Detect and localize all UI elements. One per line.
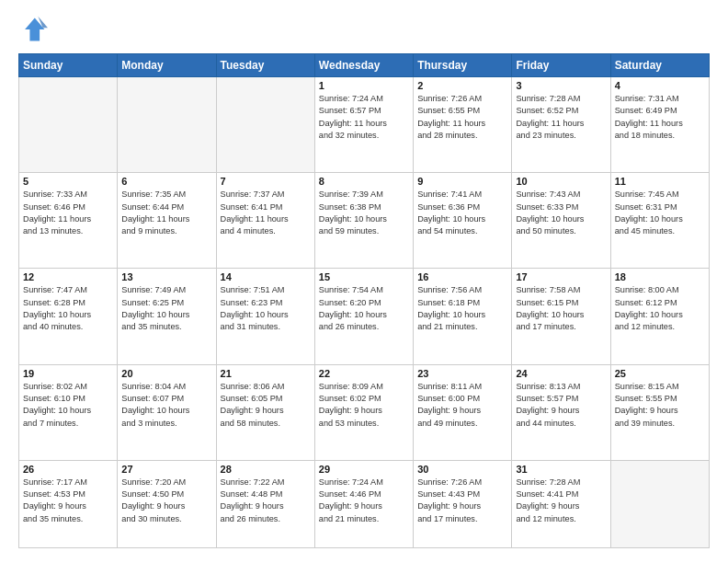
day-info-line: and 7 minutes. [23,418,113,430]
day-number: 30 [417,464,507,475]
day-number: 9 [417,176,507,187]
day-info: Sunrise: 8:09 AMSunset: 6:02 PMDaylight:… [319,381,409,430]
day-info-line: Sunrise: 7:24 AM [319,93,409,105]
day-number: 23 [417,368,507,379]
col-thursday: Thursday [414,54,512,77]
day-info: Sunrise: 8:11 AMSunset: 6:00 PMDaylight:… [417,381,507,430]
day-cell: 19Sunrise: 8:02 AMSunset: 6:10 PMDayligh… [19,364,118,460]
day-cell: 28Sunrise: 7:22 AMSunset: 4:48 PMDayligh… [216,460,314,547]
day-number: 10 [516,176,606,187]
day-info-line: Sunset: 6:28 PM [23,297,113,309]
day-cell: 26Sunrise: 7:17 AMSunset: 4:53 PMDayligh… [19,460,118,547]
day-info-line: Sunset: 6:07 PM [121,393,211,405]
day-info-line: Sunset: 6:18 PM [417,297,507,309]
day-cell: 6Sunrise: 7:35 AMSunset: 6:44 PMDaylight… [118,173,216,269]
day-info-line: Sunset: 6:00 PM [417,393,507,405]
day-info-line: Sunrise: 7:37 AM [221,189,311,201]
col-monday: Monday [118,54,216,77]
day-info-line: Daylight: 9 hours [615,405,705,417]
day-info-line: Sunrise: 7:39 AM [319,189,409,201]
day-info-line: Daylight: 11 hours [319,118,409,130]
day-info-line: Sunrise: 7:31 AM [615,93,705,105]
day-info-line: and 50 minutes. [516,225,606,237]
day-info-line: Sunset: 6:12 PM [615,297,705,309]
day-info-line: and 32 minutes. [319,130,409,142]
day-info-line: and 17 minutes. [417,513,507,525]
day-number: 7 [221,176,311,187]
day-info: Sunrise: 7:24 AMSunset: 4:46 PMDaylight:… [319,477,409,525]
day-info-line: and 30 minutes. [121,513,211,525]
day-info-line: Sunrise: 7:26 AM [417,93,507,105]
day-number: 19 [23,368,113,379]
day-info-line: Sunset: 6:55 PM [417,105,507,117]
day-info-line: Daylight: 9 hours [121,500,211,512]
day-info-line: Sunset: 6:02 PM [319,393,409,405]
day-info-line: Sunset: 6:49 PM [615,105,705,117]
day-number: 14 [221,271,311,282]
day-info-line: Sunset: 6:36 PM [417,201,507,213]
day-number: 5 [23,176,113,187]
day-info-line: and 58 minutes. [221,418,311,430]
day-cell: 21Sunrise: 8:06 AMSunset: 6:05 PMDayligh… [216,364,314,460]
day-info-line: and 26 minutes. [319,321,409,333]
day-info-line: Sunset: 6:52 PM [516,105,606,117]
day-cell: 31Sunrise: 7:28 AMSunset: 4:41 PMDayligh… [512,460,610,547]
day-cell: 30Sunrise: 7:26 AMSunset: 4:43 PMDayligh… [414,460,512,547]
day-info: Sunrise: 7:37 AMSunset: 6:41 PMDaylight:… [221,189,311,237]
day-info-line: and 35 minutes. [23,513,113,525]
day-info-line: Sunrise: 7:28 AM [516,93,606,105]
day-info-line: Sunrise: 7:20 AM [121,477,211,488]
day-info-line: Sunrise: 7:17 AM [23,477,113,488]
day-number: 22 [319,368,409,379]
day-cell: 22Sunrise: 8:09 AMSunset: 6:02 PMDayligh… [314,364,413,460]
day-info-line: Sunrise: 7:33 AM [23,189,113,201]
day-info-line: Sunrise: 8:04 AM [121,381,211,393]
day-info-line: Daylight: 9 hours [23,500,113,512]
day-info: Sunrise: 7:17 AMSunset: 4:53 PMDaylight:… [23,477,113,525]
page: Sunday Monday Tuesday Wednesday Thursday… [0,0,728,563]
day-info-line: Sunset: 6:57 PM [319,105,409,117]
day-number: 12 [23,271,113,282]
day-info-line: Daylight: 10 hours [23,309,113,321]
day-info: Sunrise: 8:02 AMSunset: 6:10 PMDaylight:… [23,381,113,430]
day-info-line: Sunset: 6:25 PM [121,297,211,309]
day-info-line: Sunset: 6:33 PM [516,201,606,213]
day-number: 11 [615,176,705,187]
week-row-0: 1Sunrise: 7:24 AMSunset: 6:57 PMDaylight… [19,77,710,173]
day-info-line: Sunset: 4:50 PM [121,488,211,500]
day-info-line: Sunrise: 7:41 AM [417,189,507,201]
day-info: Sunrise: 7:39 AMSunset: 6:38 PMDaylight:… [319,189,409,237]
day-info: Sunrise: 8:06 AMSunset: 6:05 PMDaylight:… [221,381,311,430]
day-number: 1 [319,80,409,91]
day-info-line: Daylight: 9 hours [319,500,409,512]
day-cell [216,77,314,173]
logo-icon [18,15,48,44]
day-cell: 27Sunrise: 7:20 AMSunset: 4:50 PMDayligh… [118,460,216,547]
day-cell: 12Sunrise: 7:47 AMSunset: 6:28 PMDayligh… [19,269,118,364]
day-info-line: Sunset: 5:57 PM [516,393,606,405]
day-cell: 10Sunrise: 7:43 AMSunset: 6:33 PMDayligh… [512,173,610,269]
day-info-line: Sunset: 4:41 PM [516,488,606,500]
day-info-line: Sunrise: 7:49 AM [121,284,211,296]
day-info: Sunrise: 7:43 AMSunset: 6:33 PMDaylight:… [516,189,606,237]
day-info-line: Daylight: 10 hours [221,309,311,321]
day-info: Sunrise: 7:22 AMSunset: 4:48 PMDaylight:… [221,477,311,525]
day-info-line: Daylight: 9 hours [319,405,409,417]
day-cell [610,460,709,547]
day-info-line: and 18 minutes. [615,130,705,142]
day-info-line: Sunrise: 7:26 AM [417,477,507,488]
day-info: Sunrise: 8:15 AMSunset: 5:55 PMDaylight:… [615,381,705,430]
day-info-line: Sunrise: 8:00 AM [615,284,705,296]
day-info: Sunrise: 7:58 AMSunset: 6:15 PMDaylight:… [516,284,606,333]
calendar-body: 1Sunrise: 7:24 AMSunset: 6:57 PMDaylight… [19,77,710,548]
day-cell: 23Sunrise: 8:11 AMSunset: 6:00 PMDayligh… [414,364,512,460]
header [18,15,710,44]
day-cell: 4Sunrise: 7:31 AMSunset: 6:49 PMDaylight… [610,77,709,173]
day-info-line: Sunset: 4:53 PM [23,488,113,500]
day-info-line: Sunset: 6:20 PM [319,297,409,309]
day-info: Sunrise: 7:49 AMSunset: 6:25 PMDaylight:… [121,284,211,333]
day-info-line: Sunset: 4:43 PM [417,488,507,500]
col-sunday: Sunday [19,54,118,77]
day-cell: 5Sunrise: 7:33 AMSunset: 6:46 PMDaylight… [19,173,118,269]
day-info-line: Daylight: 10 hours [319,309,409,321]
